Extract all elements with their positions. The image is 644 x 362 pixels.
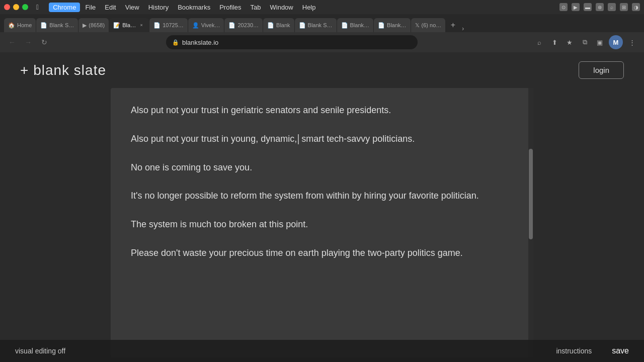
tab-favicon: 📄 bbox=[299, 22, 306, 29]
tab-blank3[interactable]: 📄Blank S… bbox=[295, 18, 337, 32]
scrollbar-thumb[interactable] bbox=[529, 149, 533, 239]
tab-label: Blank bbox=[276, 22, 290, 28]
address-bar: ← → ↻ 🔒 blankslate.io ⌕ ⬆ ★ ⧉ ▣ M ⋮ bbox=[0, 32, 644, 52]
bottom-toolbar: visual editing off instructions save bbox=[0, 340, 644, 362]
tab-label: (6) no… bbox=[422, 22, 442, 28]
tab-favicon: 𝕏 bbox=[415, 22, 420, 29]
editor-text[interactable]: Also put not your trust in geriatric sen… bbox=[131, 103, 513, 260]
extensions-icon[interactable]: ⧉ bbox=[579, 36, 591, 48]
tab-tab7[interactable]: 📄20230… bbox=[224, 18, 263, 32]
tab-bar: 🏠Home📄Blank S…▶(8658)📝Bla…×📄10725…👤Vivek… bbox=[0, 14, 644, 32]
apple-icon:  bbox=[36, 3, 39, 11]
instructions-button[interactable]: instructions bbox=[556, 347, 592, 355]
lock-icon: 🔒 bbox=[172, 39, 179, 46]
search-icon[interactable]: ⌕ bbox=[608, 3, 616, 11]
tab-vivek[interactable]: 👤Vivek… bbox=[188, 18, 224, 32]
tab-favicon: 🏠 bbox=[8, 22, 15, 29]
scrollbar[interactable] bbox=[528, 88, 533, 357]
tab-youtube[interactable]: ▶(8658) bbox=[78, 18, 109, 32]
editor-paragraph[interactable]: No one is coming to save you. bbox=[131, 160, 513, 175]
tab-bla-active[interactable]: 📝Bla…× bbox=[109, 18, 149, 32]
tabs-chevron[interactable]: › bbox=[462, 25, 464, 32]
media-icon[interactable]: ▶ bbox=[572, 3, 580, 11]
more-options-icon[interactable]: ⋮ bbox=[626, 36, 638, 48]
app-header: + blank slate login bbox=[0, 52, 644, 88]
tab-label: Vivek… bbox=[201, 22, 220, 28]
tab-label: (8658) bbox=[89, 22, 105, 28]
tab-tab5[interactable]: 📄10725… bbox=[149, 18, 188, 32]
url-text[interactable]: blankslate.io bbox=[182, 39, 218, 46]
menu-help[interactable]: Help bbox=[298, 3, 320, 12]
tab-favicon: 📄 bbox=[341, 22, 348, 29]
tab-label: Blank… bbox=[350, 22, 370, 28]
text-cursor bbox=[298, 134, 299, 144]
tab-favicon: 📄 bbox=[228, 22, 235, 29]
main-content: Also put not your trust in geriatric sen… bbox=[0, 88, 644, 357]
visual-editing-toggle[interactable]: visual editing off bbox=[15, 347, 65, 355]
tab-label: Bla… bbox=[122, 22, 136, 28]
tab-favicon: 📝 bbox=[113, 22, 120, 29]
menu-edit[interactable]: Edit bbox=[101, 3, 120, 12]
page-content: + blank slate login Also put not your tr… bbox=[0, 52, 644, 362]
traffic-lights bbox=[4, 4, 28, 10]
toolbar-right: instructions save bbox=[556, 346, 629, 355]
title-bar:  Chrome File Edit View History Bookmark… bbox=[0, 0, 644, 14]
title-bar-controls: ⊙ ▶ ▬ ⊛ ⌕ ⊞ ◑ bbox=[559, 3, 640, 11]
tab-label: Blank… bbox=[387, 22, 407, 28]
tab-favicon: 📄 bbox=[267, 22, 274, 29]
profile-button[interactable]: M bbox=[609, 35, 623, 49]
tab-blank4[interactable]: 📄Blank… bbox=[337, 18, 374, 32]
control-center-icon[interactable]: ⊞ bbox=[620, 3, 628, 11]
split-view-icon[interactable]: ▣ bbox=[594, 36, 606, 48]
menu-bar: Chrome File Edit View History Bookmarks … bbox=[49, 3, 319, 12]
search-icon[interactable]: ⌕ bbox=[533, 36, 545, 48]
tab-twitter[interactable]: 𝕏(6) no… bbox=[411, 18, 446, 32]
reload-button[interactable]: ↻ bbox=[38, 36, 50, 48]
tab-home[interactable]: 🏠Home bbox=[4, 18, 36, 32]
editor-paragraph[interactable]: Also put not your trust in geriatric sen… bbox=[131, 103, 513, 118]
tab-label: Home bbox=[17, 22, 32, 28]
menu-history[interactable]: History bbox=[144, 3, 173, 12]
new-tab-button[interactable]: + bbox=[446, 18, 460, 32]
notification-icon[interactable]: ◑ bbox=[632, 3, 640, 11]
menu-file[interactable]: File bbox=[81, 3, 100, 12]
tab-favicon: 👤 bbox=[192, 22, 199, 29]
login-button[interactable]: login bbox=[579, 61, 624, 79]
tab-blank1[interactable]: 📄Blank S… bbox=[36, 18, 78, 32]
url-bar[interactable]: 🔒 blankslate.io bbox=[166, 35, 418, 49]
editor-paragraph[interactable]: Also put not your trust in young, dynami… bbox=[131, 132, 513, 146]
share-icon[interactable]: ⬆ bbox=[548, 36, 560, 48]
forward-button[interactable]: → bbox=[22, 36, 34, 48]
tab-blank5[interactable]: 📄Blank… bbox=[374, 18, 411, 32]
tab-label: 10725… bbox=[163, 22, 184, 28]
bookmark-icon[interactable]: ★ bbox=[564, 36, 576, 48]
save-button[interactable]: save bbox=[612, 346, 629, 355]
screen-record-icon[interactable]: ⊙ bbox=[559, 3, 568, 11]
battery-icon: ▬ bbox=[584, 3, 592, 11]
back-button[interactable]: ← bbox=[6, 36, 18, 48]
content-editor[interactable]: Also put not your trust in geriatric sen… bbox=[111, 88, 533, 357]
menu-chrome[interactable]: Chrome bbox=[49, 3, 80, 12]
menu-profiles[interactable]: Profiles bbox=[215, 3, 245, 12]
tab-favicon: ▶ bbox=[83, 22, 87, 29]
menu-window[interactable]: Window bbox=[266, 3, 297, 12]
app-logo: + blank slate bbox=[20, 62, 106, 78]
tab-label: 20230… bbox=[237, 22, 259, 28]
editor-paragraph[interactable]: The system is much too broken at this po… bbox=[131, 217, 513, 232]
tabs-container: 🏠Home📄Blank S…▶(8658)📝Bla…×📄10725…👤Vivek… bbox=[4, 18, 446, 32]
editor-paragraph[interactable]: Please don't waste your precious time on… bbox=[131, 246, 513, 260]
minimize-button[interactable] bbox=[13, 4, 19, 10]
tab-favicon: 📄 bbox=[153, 22, 160, 29]
wifi-icon: ⊛ bbox=[596, 3, 604, 11]
editor-paragraph[interactable]: It's no longer possible to reform the sy… bbox=[131, 189, 513, 203]
tab-favicon: 📄 bbox=[40, 22, 47, 29]
tab-label: Blank S… bbox=[49, 22, 74, 28]
tab-favicon: 📄 bbox=[378, 22, 385, 29]
close-button[interactable] bbox=[4, 4, 10, 10]
tab-blank2[interactable]: 📄Blank bbox=[263, 18, 294, 32]
menu-view[interactable]: View bbox=[121, 3, 143, 12]
maximize-button[interactable] bbox=[22, 4, 28, 10]
menu-tab[interactable]: Tab bbox=[247, 3, 265, 12]
menu-bookmarks[interactable]: Bookmarks bbox=[174, 3, 214, 12]
tab-close-button[interactable]: × bbox=[138, 22, 145, 29]
